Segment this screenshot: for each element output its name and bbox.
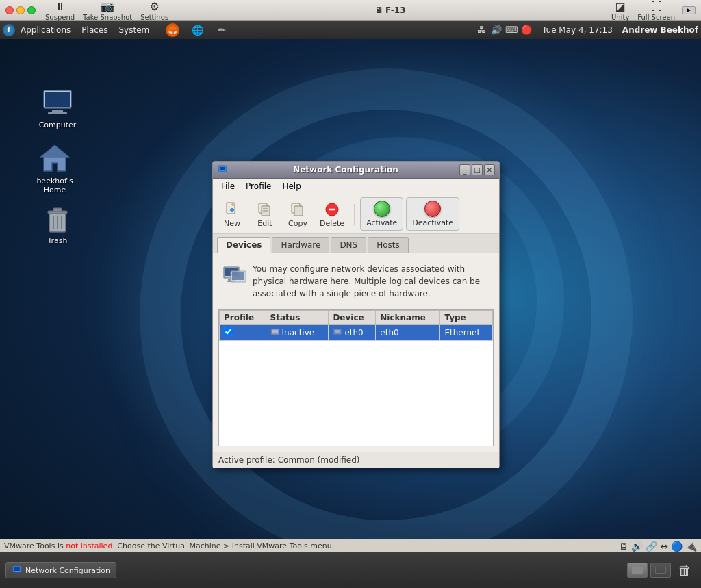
fullscreen-label: Full Screen <box>637 14 675 21</box>
network-manager-icon[interactable]: 🖧 <box>475 24 487 36</box>
unity-button[interactable]: ◪ Unity <box>607 0 633 23</box>
row-profile <box>220 325 266 341</box>
home-desktop-icon[interactable]: beekhof's Home <box>27 140 82 197</box>
volume-icon[interactable]: 🔊 <box>490 24 502 36</box>
network-disconnect-icon[interactable]: 🔴 <box>520 24 533 36</box>
pager-1[interactable] <box>627 563 648 578</box>
settings-label: Settings <box>140 14 168 21</box>
snapshot-icon: 📷 <box>100 0 115 14</box>
row-status: Inactive <box>266 325 329 341</box>
titlebar-buttons: _ □ ✕ <box>459 164 495 175</box>
new-icon <box>222 200 242 219</box>
new-label: New <box>224 219 240 228</box>
tab-hosts[interactable]: Hosts <box>368 237 409 253</box>
taskbar-netconf[interactable]: Network Configuration <box>5 562 116 578</box>
taskbar-right: 🗑 <box>627 559 696 581</box>
pager-2[interactable] <box>650 563 671 578</box>
new-button[interactable]: New <box>217 199 247 229</box>
suspend-label: Suspend <box>45 14 75 21</box>
help-menu[interactable]: Help <box>277 180 306 192</box>
window-icon <box>217 164 228 175</box>
computer-desktop-icon[interactable]: Computer <box>30 84 85 132</box>
tab-bar: Devices Hardware DNS Hosts <box>213 234 499 253</box>
tab-devices[interactable]: Devices <box>217 237 270 253</box>
info-box: You may configure network devices associ… <box>218 259 494 304</box>
vmware-toolbar: ⏸ Suspend 📷 Take Snapshot ⚙ Settings 🖥 F… <box>0 0 701 21</box>
profile-menu[interactable]: Profile <box>240 180 277 192</box>
firefox-icon[interactable]: 🦊 <box>160 21 185 40</box>
close-button[interactable] <box>5 6 14 14</box>
vmware-status-text: VMware Tools is not installed. Choose th… <box>4 541 334 550</box>
file-menu[interactable]: File <box>216 180 240 192</box>
vmware-tray-icon-3: 🔗 <box>646 541 657 552</box>
active-profile-text: Active profile: Common (modified) <box>218 455 359 465</box>
tab-hardware[interactable]: Hardware <box>272 237 329 253</box>
places-menu[interactable]: Places <box>76 23 113 38</box>
tab-dns[interactable]: DNS <box>331 237 366 253</box>
pager-2-indicator <box>655 567 666 574</box>
trash-icon <box>41 202 74 235</box>
system-label: System <box>118 25 149 35</box>
minimize-btn[interactable]: _ <box>459 164 470 175</box>
svg-rect-3 <box>48 112 67 114</box>
col-type: Type <box>440 311 493 325</box>
vmware-tray-icon-4: ↔ <box>660 541 668 552</box>
fullscreen-icon: ⛶ <box>649 0 664 14</box>
table-row[interactable]: Inactive eth0 et <box>220 325 493 341</box>
applications-menu[interactable]: Applications <box>15 23 76 38</box>
home-icon-label: beekhof's Home <box>30 177 79 194</box>
svg-rect-35 <box>335 330 340 333</box>
taskbar: Network Configuration 🗑 <box>0 552 701 588</box>
row-device: eth0 <box>329 325 376 341</box>
vmware-tray: 🖥 🔊 🔗 ↔ 🔵 🔌 <box>619 541 697 552</box>
edit-icon <box>255 200 275 219</box>
fullscreen-button[interactable]: ⛶ Full Screen <box>633 0 679 23</box>
deactivate-icon <box>424 201 441 217</box>
deactivate-button[interactable]: Deactivate <box>406 197 459 231</box>
svg-marker-5 <box>40 145 70 157</box>
network-icon-launcher[interactable]: 🌐 <box>185 21 209 40</box>
svg-rect-13 <box>220 167 225 170</box>
trash-taskbar-icon[interactable]: 🗑 <box>674 559 696 581</box>
maximize-button[interactable] <box>27 6 36 14</box>
window-title-text: Network Configuration <box>232 165 459 175</box>
window-title: 🖥 F-13 <box>173 5 607 15</box>
applications-label: Applications <box>21 25 71 35</box>
svg-rect-1 <box>45 92 70 107</box>
suspend-button[interactable]: ⏸ Suspend <box>41 0 79 23</box>
edit-button[interactable]: Edit <box>250 199 280 229</box>
col-device: Device <box>329 311 376 325</box>
device-table: Profile Status Device Nickname Type <box>219 310 493 341</box>
profile-checkbox[interactable] <box>224 327 233 336</box>
svg-rect-2 <box>52 110 63 112</box>
keyboard-icon[interactable]: ⌨ <box>505 24 518 36</box>
snapshot-button[interactable]: 📷 Take Snapshot <box>79 0 136 23</box>
activate-button[interactable]: Activate <box>360 197 403 231</box>
suspend-icon: ⏸ <box>53 0 68 14</box>
computer-icon <box>41 86 74 119</box>
vmware-status-bar: VMware Tools is not installed. Choose th… <box>0 539 701 552</box>
system-tray: 🖧 🔊 ⌨ 🔴 <box>475 24 533 36</box>
clock: Tue May 4, 17:13 <box>542 25 613 35</box>
system-menu[interactable]: System <box>113 23 155 38</box>
gnome-panel: f Applications Places System 🦊 🌐 ✏️ 🖧 🔊 … <box>0 21 701 39</box>
vmware-tray-icon-5: 🔵 <box>671 541 683 552</box>
scroll-indicator: ▶ <box>682 6 696 14</box>
trash-desktop-icon[interactable]: Trash <box>30 199 85 248</box>
copy-button[interactable]: Copy <box>283 199 313 229</box>
delete-button[interactable]: Delete <box>316 199 348 229</box>
vmware-tray-icon-1: 🖥 <box>619 541 628 552</box>
svg-rect-33 <box>272 330 278 333</box>
text-editor-icon[interactable]: ✏️ <box>209 21 234 40</box>
maximize-btn[interactable]: □ <box>472 164 483 175</box>
device-table-wrapper: Profile Status Device Nickname Type <box>218 309 494 446</box>
minimize-button[interactable] <box>16 6 25 14</box>
window-toolbar: New Edit Copy <box>213 194 499 234</box>
title-text: F-13 <box>385 5 406 15</box>
settings-button[interactable]: ⚙ Settings <box>136 0 173 23</box>
row-nickname: eth0 <box>376 325 440 341</box>
device-info-icon <box>222 263 247 300</box>
window-titlebar: Network Configuration _ □ ✕ <box>213 162 499 179</box>
home-icon <box>38 142 71 175</box>
close-btn[interactable]: ✕ <box>484 164 495 175</box>
